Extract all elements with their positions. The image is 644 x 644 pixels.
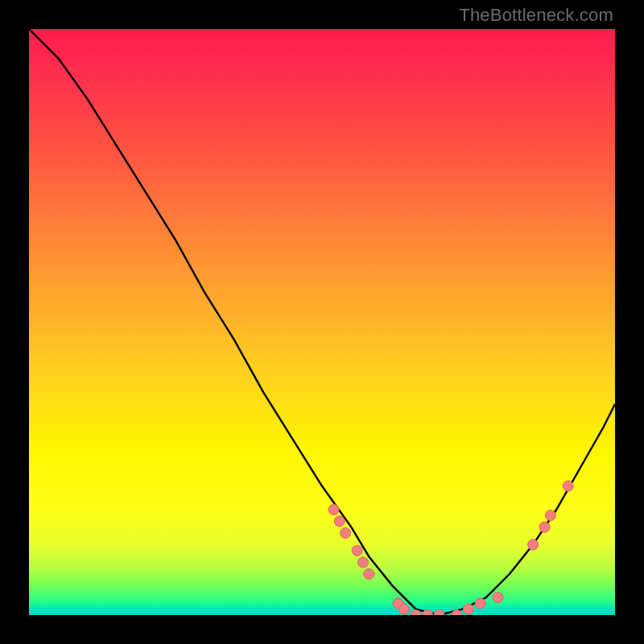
curve-marker: [358, 557, 369, 568]
curve-marker: [545, 510, 555, 521]
curve-marker: [563, 481, 573, 491]
curve-marker: [475, 598, 485, 609]
curve-marker: [334, 516, 345, 526]
bottleneck-curve: [29, 29, 615, 615]
curve-marker: [539, 522, 550, 532]
curve-marker: [398, 604, 409, 614]
curve-marker: [464, 604, 474, 614]
bottleneck-curve-svg: [29, 29, 615, 615]
curve-marker: [341, 528, 351, 539]
curve-marker: [352, 545, 362, 555]
curve-marker: [328, 505, 339, 515]
curve-marker: [434, 610, 444, 616]
curve-markers: [328, 481, 573, 615]
plot-area: [29, 29, 615, 615]
curve-marker: [493, 592, 503, 603]
attribution-label: TheBottleneck.com: [459, 5, 613, 26]
curve-marker: [528, 539, 539, 550]
curve-marker: [364, 569, 374, 580]
chart-frame: TheBottleneck.com: [0, 0, 644, 644]
